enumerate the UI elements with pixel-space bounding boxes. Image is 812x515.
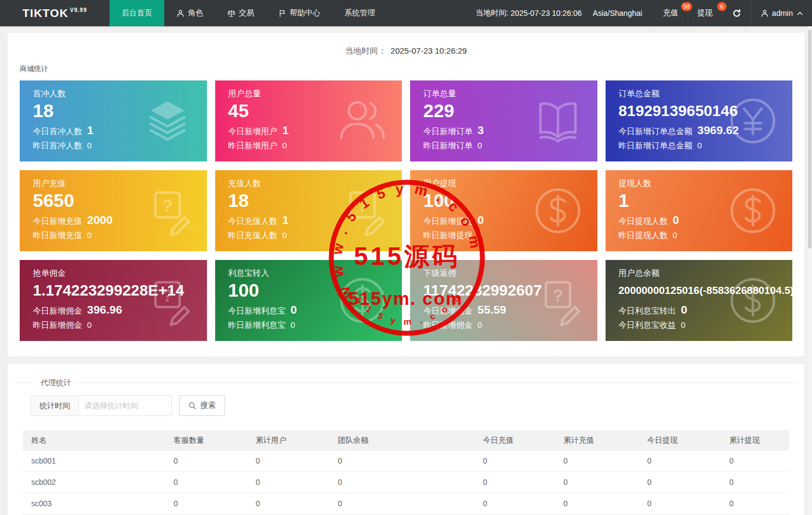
- refresh-icon: [732, 9, 741, 18]
- section-title-mall-stats: 商城统计: [20, 64, 804, 74]
- scrollbar[interactable]: [808, 26, 812, 515]
- nav-item-label: 交易: [239, 8, 254, 18]
- card-title: 充值人数: [228, 178, 402, 189]
- stat-card: 订单总金额81929139650146今日新增订单总金额3969.62昨日新增订…: [606, 80, 793, 161]
- card-value: 1.174223299228E+14: [33, 279, 207, 302]
- stat-card: 订单总量229今日新增订单3昨日新增订单0: [410, 80, 597, 161]
- scales-icon: [227, 9, 235, 18]
- username: admin: [772, 9, 793, 18]
- nav-item-label: 角色: [188, 8, 203, 18]
- card-sub-today: 今日新增佣金396.96: [33, 303, 207, 316]
- card-sub-yesterday: 昨日首冲人数0: [33, 141, 207, 151]
- withdraw-button[interactable]: 提现 6: [688, 0, 722, 26]
- stat-cards-grid: 首冲人数18今日首冲人数1昨日首冲人数0用户总量45今日新增用户1昨日新增用户0…: [20, 80, 792, 341]
- table-row: sc0030000000: [23, 493, 789, 514]
- stat-card: 利息宝转入100今日新增利息宝0昨日新增利息宝0: [215, 260, 402, 341]
- user-menu[interactable]: admin: [751, 0, 812, 26]
- top-navbar: TIKTOKV9.99 后台首页 角色 交易 帮助中心 系统管理: [0, 0, 812, 26]
- nav-item-help[interactable]: 帮助中心: [266, 0, 332, 26]
- search-label: 搜索: [200, 401, 216, 410]
- table-cell: 0: [169, 472, 251, 493]
- agent-fieldset: 代理统计: [15, 383, 797, 383]
- table-header-cell: 今日充值: [479, 430, 559, 450]
- table-cell: 0: [643, 450, 725, 472]
- card-sub-today: 今日新增订单3: [423, 124, 597, 137]
- card-title: 首冲人数: [33, 89, 207, 99]
- card-value: 5650: [33, 189, 207, 212]
- person-icon: [176, 9, 185, 18]
- card-value: 45: [228, 100, 402, 122]
- card-title: 用户提现: [423, 178, 597, 189]
- card-sub-today: 今日新增用户1: [228, 124, 402, 137]
- card-value: 81929139650146: [619, 100, 793, 122]
- nav-item-role[interactable]: 角色: [164, 0, 215, 26]
- scrollbar-thumb[interactable]: [808, 30, 811, 248]
- table-cell: scb001: [23, 450, 169, 472]
- table-cell: 0: [169, 493, 251, 514]
- card-sub-yesterday: 昨日新增充值0: [33, 230, 207, 241]
- table-cell: 0: [333, 450, 479, 472]
- search-icon: [188, 402, 197, 410]
- table-cell: 0: [251, 472, 333, 493]
- table-header-row: 姓名客服数量累计用户团队余额今日充值累计充值今日提现累计提现: [23, 430, 789, 450]
- card-sub-yesterday: 昨日新增佣金0: [423, 320, 597, 331]
- recharge-badge: 98: [681, 2, 692, 11]
- refresh-button[interactable]: [722, 0, 751, 26]
- card-sub-yesterday: 昨日充值人数0: [228, 230, 402, 241]
- nav-item-home[interactable]: 后台首页: [110, 0, 164, 26]
- card-sub-today: 今日充值人数1: [228, 213, 402, 227]
- stat-card: 首冲人数18今日首冲人数1昨日首冲人数0: [20, 80, 207, 161]
- card-sub-today: 今日新增佣金55.59: [423, 303, 597, 316]
- search-button[interactable]: 搜索: [179, 395, 225, 416]
- table-cell: 0: [643, 493, 725, 514]
- navbar-right: 当地时间: 2025-07-23 10:26:06 Asia/Shanghai …: [470, 0, 812, 26]
- card-value: 100: [228, 279, 402, 302]
- stat-card: 充值人数18今日充值人数1昨日充值人数0?: [215, 170, 402, 251]
- table-cell: 0: [479, 472, 559, 493]
- flag-icon: [278, 9, 286, 18]
- card-value: 229: [423, 100, 597, 122]
- dashboard-time-label: 当地时间：: [345, 46, 386, 55]
- timezone: Asia/Shanghai: [588, 0, 653, 26]
- table-header-cell: 累计充值: [559, 430, 643, 450]
- app-title: TIKTOK: [22, 7, 68, 20]
- nav-item-system[interactable]: 系统管理: [332, 0, 387, 26]
- table-cell: 0: [333, 472, 479, 493]
- card-value: 1: [619, 189, 793, 212]
- table-cell: 0: [725, 472, 789, 493]
- card-sub-today: 今日新增利息宝0: [228, 303, 402, 316]
- user-icon: [761, 9, 769, 18]
- table-cell: 0: [169, 450, 251, 472]
- table-row: scb0010000000: [23, 450, 789, 472]
- table-cell: 0: [559, 472, 643, 493]
- app-logo: TIKTOKV9.99: [0, 0, 110, 26]
- table-cell: 0: [725, 493, 789, 514]
- local-time-label: 当地时间:: [476, 8, 509, 18]
- table-cell: scb002: [23, 472, 169, 493]
- recharge-button[interactable]: 充值 98: [653, 0, 688, 26]
- navbar-local-time: 当地时间: 2025-07-23 10:26:06: [470, 0, 588, 26]
- card-sub-yesterday: 昨日新增订单0: [423, 141, 597, 151]
- card-title: 用户充值: [33, 178, 207, 189]
- table-cell: 0: [251, 450, 333, 472]
- card-sub-today: 今日新增提现0: [423, 213, 597, 227]
- dashboard-time-value: 2025-07-23 10:26:29: [390, 46, 467, 55]
- local-time-value: 2025-07-23 10:26:06: [511, 9, 582, 18]
- nav-item-label: 系统管理: [344, 8, 375, 18]
- card-title: 下级返佣: [423, 268, 597, 279]
- card-title: 订单总量: [423, 89, 597, 99]
- agent-table-wrap: 姓名客服数量累计用户团队余额今日充值累计充值今日提现累计提现 scb001000…: [23, 430, 789, 514]
- table-cell: 0: [643, 472, 725, 493]
- card-sub-today: 今日首冲人数1: [33, 124, 207, 137]
- table-row: scb0020000000: [23, 472, 789, 493]
- card-sub-yesterday: 今日利息宝收益0: [619, 320, 793, 331]
- table-cell: 0: [559, 493, 643, 514]
- stat-card: 用户总余额20000000125016(-8583626880104.5)今日利…: [606, 260, 793, 341]
- card-title: 提现人数: [619, 178, 793, 189]
- nav-item-trade[interactable]: 交易: [215, 0, 266, 26]
- stat-time-input[interactable]: [79, 395, 172, 416]
- stat-card: 下级返佣11742232992607今日新增佣金55.59昨日新增佣金0?: [410, 260, 597, 341]
- card-sub-yesterday: 昨日提现人数0: [619, 230, 793, 241]
- stat-card: 抢单佣金1.174223299228E+14今日新增佣金396.96昨日新增佣金…: [20, 260, 207, 341]
- table-header-cell: 客服数量: [169, 430, 251, 450]
